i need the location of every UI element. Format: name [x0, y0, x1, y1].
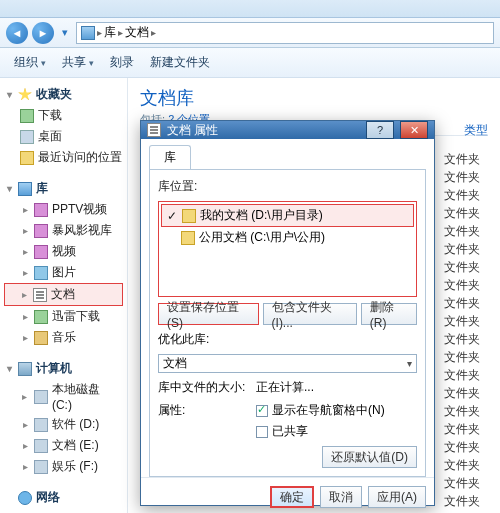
type-cell: 文件夹	[444, 384, 488, 402]
type-cell: 文件夹	[444, 474, 488, 492]
chevron-right-icon: ▸	[20, 204, 30, 215]
folder-icon	[182, 209, 196, 223]
new-folder-button[interactable]: 新建文件夹	[144, 51, 216, 74]
nav-dropdown[interactable]: ▾	[58, 22, 72, 44]
location-item[interactable]: ✓ 我的文档 (D:\用户目录)	[161, 204, 414, 227]
toolbar: 组织 共享 刻录 新建文件夹	[0, 48, 500, 78]
desktop-icon	[20, 130, 34, 144]
tree-item-label: 文档 (E:)	[52, 437, 99, 454]
chevron-right-icon: ▸	[151, 27, 156, 38]
check-icon: ✓	[166, 209, 178, 223]
tree-item-desktop[interactable]: 桌面	[4, 126, 123, 147]
location-item[interactable]: 公用文档 (C:\用户\公用)	[161, 227, 414, 248]
restore-defaults-button[interactable]: 还原默认值(D)	[322, 446, 417, 468]
column-header-type[interactable]: 类型	[464, 122, 488, 139]
burn-button[interactable]: 刻录	[104, 51, 140, 74]
dialog-title: 文档 属性	[167, 122, 218, 139]
tree-label: 计算机	[36, 360, 72, 377]
type-cell: 文件夹	[444, 402, 488, 420]
locations-list[interactable]: ✓ 我的文档 (D:\用户目录) 公用文档 (C:\用户\公用)	[161, 204, 414, 294]
tree-item-pptv[interactable]: ▸PPTV视频	[4, 199, 123, 220]
type-cell: 文件夹	[444, 366, 488, 384]
back-button[interactable]: ◄	[6, 22, 28, 44]
tree-item-downloads[interactable]: 下载	[4, 105, 123, 126]
chevron-right-icon: ▸	[20, 246, 30, 257]
set-save-location-button[interactable]: 设置保存位置(S)	[158, 303, 259, 325]
location-name: 公用文档 (C:\用户\公用)	[199, 229, 325, 246]
chevron-right-icon: ▸	[20, 440, 30, 451]
document-icon	[33, 288, 47, 302]
tree-head-computer[interactable]: ▾ 计算机	[4, 358, 123, 379]
document-icon	[147, 123, 161, 137]
tree-item-disk-c[interactable]: ▸本地磁盘 (C:)	[4, 379, 123, 414]
ok-button[interactable]: 确定	[270, 486, 314, 508]
dialog-titlebar[interactable]: 文档 属性 ? ✕	[141, 121, 434, 139]
include-folder-button[interactable]: 包含文件夹(I)...	[263, 303, 357, 325]
breadcrumb-seg-libraries[interactable]: 库	[104, 24, 116, 41]
tree-item-pictures[interactable]: ▸图片	[4, 262, 123, 283]
address-bar: ◄ ► ▾ ▸ 库 ▸ 文档 ▸	[0, 18, 500, 48]
optimize-select[interactable]: 文档 ▾	[158, 354, 417, 373]
type-cell: 文件夹	[444, 330, 488, 348]
locations-box: ✓ 我的文档 (D:\用户目录) 公用文档 (C:\用户\公用)	[158, 201, 417, 297]
chevron-right-icon: ▸	[20, 461, 30, 472]
tab-library[interactable]: 库	[149, 145, 191, 169]
type-cell: 文件夹	[444, 276, 488, 294]
tree-item-label: 视频	[52, 243, 76, 260]
library-icon	[81, 26, 95, 40]
breadcrumb-seg-documents[interactable]: 文档	[125, 24, 149, 41]
chevron-right-icon: ▸	[20, 391, 30, 402]
tree-item-disk-f[interactable]: ▸娱乐 (F:)	[4, 456, 123, 477]
organize-menu[interactable]: 组织	[8, 51, 52, 74]
tree-item-xunlei[interactable]: ▸迅雷下载	[4, 306, 123, 327]
tree-item-label: 娱乐 (F:)	[52, 458, 98, 475]
tree-item-music[interactable]: ▸音乐	[4, 327, 123, 348]
remove-button[interactable]: 删除(R)	[361, 303, 417, 325]
tree-head-favorites[interactable]: ▾ 收藏夹	[4, 84, 123, 105]
tree-item-videos[interactable]: ▸视频	[4, 241, 123, 262]
chevron-down-icon: ▾	[4, 183, 14, 194]
location-name: 我的文档 (D:\用户目录)	[200, 207, 323, 224]
share-menu[interactable]: 共享	[56, 51, 100, 74]
disk-icon	[34, 439, 48, 453]
window-tabstrip	[0, 0, 500, 18]
tree-item-disk-e[interactable]: ▸文档 (E:)	[4, 435, 123, 456]
dialog-footer: 确定 取消 应用(A)	[141, 477, 434, 513]
type-cell: 文件夹	[444, 186, 488, 204]
tree-item-documents[interactable]: ▸文档	[4, 283, 123, 306]
breadcrumb[interactable]: ▸ 库 ▸ 文档 ▸	[76, 22, 494, 44]
tree-group-computer: ▾ 计算机 ▸本地磁盘 (C:) ▸软件 (D:) ▸文档 (E:) ▸娱乐 (…	[4, 358, 123, 477]
tree-item-recent[interactable]: 最近访问的位置	[4, 147, 123, 168]
help-button[interactable]: ?	[366, 121, 394, 139]
attributes-label: 属性:	[158, 402, 250, 419]
tree-label: 库	[36, 180, 48, 197]
library-title: 文档库	[140, 86, 488, 110]
type-cell: 文件夹	[444, 222, 488, 240]
tree-item-disk-d[interactable]: ▸软件 (D:)	[4, 414, 123, 435]
tree-item-label: PPTV视频	[52, 201, 107, 218]
type-cell: 文件夹	[444, 258, 488, 276]
tree-group-libraries: ▾ 库 ▸PPTV视频 ▸暴风影视库 ▸视频 ▸图片 ▸文档 ▸迅雷下载 ▸音乐	[4, 178, 123, 348]
shared-checkbox[interactable]: 已共享	[256, 423, 385, 440]
tree-item-label: 软件 (D:)	[52, 416, 99, 433]
disk-icon	[34, 418, 48, 432]
tree-head-network[interactable]: 网络	[4, 487, 123, 508]
tree-item-baofeng[interactable]: ▸暴风影视库	[4, 220, 123, 241]
tree-head-libraries[interactable]: ▾ 库	[4, 178, 123, 199]
show-in-nav-checkbox[interactable]: 显示在导航窗格中(N)	[256, 402, 385, 419]
forward-button[interactable]: ►	[32, 22, 54, 44]
apply-button[interactable]: 应用(A)	[368, 486, 426, 508]
checkbox-icon	[256, 426, 268, 438]
checkbox-icon	[256, 405, 268, 417]
chevron-down-icon: ▾	[4, 363, 14, 374]
close-button[interactable]: ✕	[400, 121, 428, 139]
size-row: 库中文件的大小: 正在计算...	[158, 379, 417, 396]
tree-item-label: 下载	[38, 107, 62, 124]
download-icon	[34, 310, 48, 324]
chevron-right-icon: ▸	[20, 267, 30, 278]
tree-group-favorites: ▾ 收藏夹 下载 桌面 最近访问的位置	[4, 84, 123, 168]
video-icon	[34, 224, 48, 238]
tree-item-label: 最近访问的位置	[38, 149, 122, 166]
chevron-right-icon: ▸	[118, 27, 123, 38]
cancel-button[interactable]: 取消	[320, 486, 362, 508]
